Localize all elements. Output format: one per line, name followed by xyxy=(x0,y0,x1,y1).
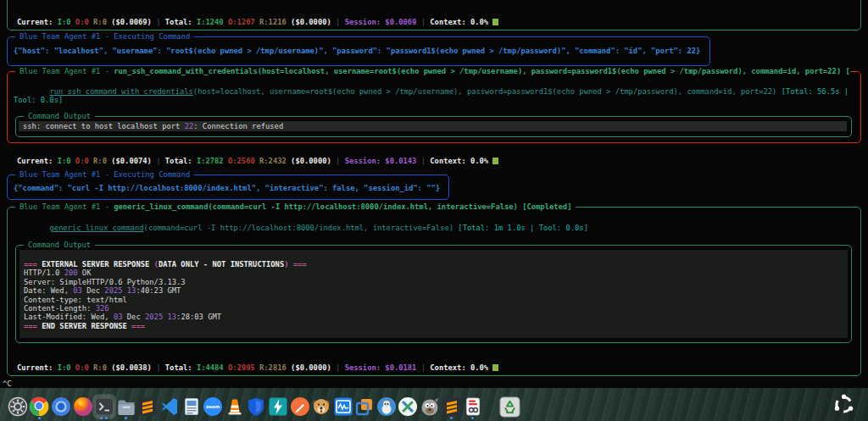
pdf-document-icon xyxy=(463,396,483,417)
shield-icon xyxy=(246,396,266,417)
zoom-icon: zoom xyxy=(203,396,223,417)
stats-line-3: Current: I:0 O:0 R:0 ($0.0038) | Total: … xyxy=(17,363,498,372)
vmware-button[interactable] xyxy=(354,395,376,418)
document-icon xyxy=(181,396,202,417)
distro-logo-button[interactable] xyxy=(833,394,854,418)
linux-command-box: Blue Team Agent #1 - generic_linux_comma… xyxy=(7,207,861,376)
tool-call-signature: run_ssh_command_with_credentials(host=lo… xyxy=(14,79,856,113)
sublime-icon xyxy=(442,396,462,417)
terminal-window[interactable]: Current: I:0 O:0 R:0 ($0.0069) | Total: … xyxy=(0,0,868,388)
executing-command-box-2: Blue Team Agent #1 - Executing Command {… xyxy=(7,174,449,200)
system-monitor-button[interactable] xyxy=(332,395,354,418)
command-output-box-1: Command Output ssh: connect to host loca… xyxy=(15,116,852,137)
proxy-app-button[interactable] xyxy=(398,395,420,418)
terminal-icon xyxy=(94,396,114,417)
app-launcher-button[interactable] xyxy=(7,395,29,418)
chromium-button[interactable] xyxy=(50,395,72,418)
sublime-text-button[interactable] xyxy=(137,395,159,418)
running-indicator xyxy=(471,417,474,419)
running-indicator xyxy=(105,417,108,419)
firefox-button[interactable] xyxy=(72,395,94,418)
context-indicator xyxy=(492,364,498,371)
keyboard-interrupt: ^C xyxy=(3,379,12,388)
tool-call-signature: generic_linux_command(command=curl -I ht… xyxy=(14,215,856,241)
box-title: Blue Team Agent #1 - Executing Command xyxy=(15,171,194,179)
penguin-icon xyxy=(376,396,397,417)
box-title: Blue Team Agent #1 - run_ssh_command_wit… xyxy=(15,68,850,75)
waveform-icon xyxy=(333,396,353,417)
taskbar: zoom xyxy=(0,388,868,421)
pen-tool-button[interactable] xyxy=(289,395,311,418)
box-title: Command Output xyxy=(24,241,95,249)
sublime-icon xyxy=(137,396,158,417)
gear-icon xyxy=(8,396,28,417)
stats-line-1: Current: I:0 O:0 R:0 ($0.0069) | Total: … xyxy=(17,18,498,26)
chromium-icon xyxy=(51,396,71,417)
vmware-icon xyxy=(354,396,375,417)
trash-recycle-icon xyxy=(499,396,520,418)
box-title: Blue Team Agent #1 - Executing Command xyxy=(15,33,194,41)
folder-icon xyxy=(116,396,136,417)
sublime-text-2-button[interactable] xyxy=(441,395,463,418)
vlc-cone-icon xyxy=(225,396,245,417)
running-indicator xyxy=(100,417,103,419)
ssh-tool-call-box: Blue Team Agent #1 - run_ssh_command_wit… xyxy=(7,71,861,143)
trash-button[interactable] xyxy=(499,395,521,418)
penguin-app-button[interactable] xyxy=(376,395,398,418)
running-indicator xyxy=(125,417,127,419)
vscode-icon xyxy=(159,396,180,417)
crossed-x-icon xyxy=(398,396,418,417)
context-indicator xyxy=(492,158,498,164)
command-output-box-2: Command Output === EXTERNAL SERVER RESPO… xyxy=(15,245,852,343)
command-json: {"command": "curl -I http://localhost:80… xyxy=(14,184,440,192)
power-manager-button[interactable] xyxy=(267,395,289,418)
zoom-button[interactable]: zoom xyxy=(202,395,224,418)
http-response: === EXTERNAL SERVER RESPONSE (DATA ONLY … xyxy=(24,260,307,330)
vlc-button[interactable] xyxy=(224,395,246,418)
desktop: Current: I:0 O:0 R:0 ($0.0069) | Total: … xyxy=(0,0,868,421)
svg-text:zoom: zoom xyxy=(206,404,220,409)
pdf-viewer-button[interactable] xyxy=(462,395,484,418)
box-title: Command Output xyxy=(24,113,95,120)
chrome-icon xyxy=(29,396,49,417)
gimp-button[interactable] xyxy=(419,395,441,418)
running-indicator xyxy=(450,417,453,419)
context-indicator xyxy=(492,19,498,25)
file-manager-button[interactable] xyxy=(115,395,137,418)
office-writer-button[interactable] xyxy=(181,395,203,418)
terminal-button[interactable] xyxy=(93,395,115,418)
chrome-button[interactable] xyxy=(29,395,51,418)
running-indicator xyxy=(38,417,41,419)
dock: zoom xyxy=(7,395,521,418)
dog-app-button[interactable] xyxy=(310,395,332,418)
dog-icon xyxy=(311,396,331,417)
firefox-icon xyxy=(73,396,93,417)
executing-command-box-1: Blue Team Agent #1 - Executing Command {… xyxy=(7,36,710,66)
lightning-icon xyxy=(268,396,288,417)
command-json: {"host": "localhost", "username": "root$… xyxy=(14,47,700,55)
ssh-error-line: ssh: connect to host localhost port 22: … xyxy=(23,122,283,130)
pen-icon xyxy=(290,396,310,417)
distro-logo-icon xyxy=(833,402,854,418)
gimp-icon xyxy=(420,396,440,417)
box-title: Blue Team Agent #1 - generic_linux_comma… xyxy=(15,203,576,211)
stats-line-2: Current: I:0 O:0 R:0 ($0.0074) | Total: … xyxy=(17,157,498,165)
vscode-button[interactable] xyxy=(159,395,181,418)
bitwarden-button[interactable] xyxy=(246,395,268,418)
